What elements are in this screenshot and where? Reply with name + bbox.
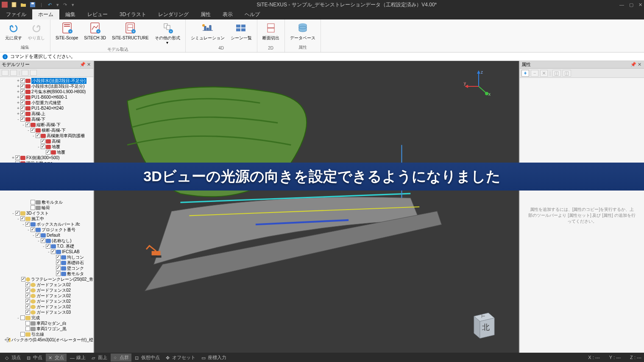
tree-item[interactable]: 引出線	[0, 332, 93, 337]
tree-item[interactable]: ラフテレーンクレーン(25t)02_青	[0, 276, 93, 282]
maximize-button[interactable]: ▢	[629, 2, 633, 8]
otherformat-button[interactable]: + その他の形式▾	[152, 20, 183, 46]
tree-checkbox[interactable]	[41, 139, 45, 144]
tree-tool-3[interactable]	[22, 70, 28, 76]
prop-add-button[interactable]: +	[521, 70, 529, 77]
tree-item[interactable]: -T.O. 基礎	[0, 243, 93, 249]
snap-points[interactable]: ⁘点群	[111, 354, 131, 362]
tree-item[interactable]: +PU1-B240×H240	[0, 105, 93, 111]
tree-checkbox[interactable]	[21, 277, 25, 282]
tree-checkbox[interactable]	[46, 150, 50, 155]
tree-item[interactable]: 均しコン	[0, 254, 93, 260]
tree-checkbox[interactable]	[25, 304, 30, 309]
tree-item[interactable]: ガードフェンス02	[0, 293, 93, 298]
tree-item[interactable]: -3Dイラスト	[0, 210, 93, 216]
close-button[interactable]: ✕	[638, 2, 642, 8]
tree-item[interactable]: -縦断-高欄-下	[0, 122, 93, 127]
tree-checkbox[interactable]	[20, 106, 25, 111]
tree-checkbox[interactable]	[25, 293, 30, 298]
save-icon[interactable]	[30, 2, 36, 8]
tree-checkbox[interactable]	[31, 227, 35, 232]
props-pin-icon[interactable]: 📌	[630, 62, 636, 68]
tree-item[interactable]: -(名称なし)	[0, 238, 93, 243]
tree-item[interactable]: ガードフェンス02	[0, 298, 93, 304]
tree-item[interactable]: -完成	[0, 315, 93, 321]
tree-checkbox[interactable]	[25, 222, 30, 227]
section-button[interactable]: 断面切出	[260, 20, 282, 41]
tree-item[interactable]: 車両2セダン_白	[0, 321, 93, 326]
snap-vertex[interactable]: ◇頂点	[3, 354, 23, 362]
tree-item[interactable]: +バックホウ(0.45m3)01(オペレーター付)_橙	[0, 337, 93, 343]
tree-checkbox[interactable]	[31, 205, 35, 210]
tree-close-icon[interactable]: ✕	[86, 62, 92, 68]
simulation-button[interactable]: シミュレーション	[188, 20, 227, 41]
tree-checkbox[interactable]	[36, 233, 40, 238]
tree-tool-2[interactable]	[10, 70, 17, 76]
tree-item[interactable]: -高欄兼用車両防護柵	[0, 133, 93, 138]
tree-item[interactable]: -施工中	[0, 216, 93, 221]
tree-checkbox[interactable]	[15, 211, 20, 216]
tree-tool-4[interactable]	[30, 70, 37, 76]
tree-checkbox[interactable]	[15, 155, 20, 160]
tree-item[interactable]: 壁コンク	[0, 265, 93, 271]
props-close-icon[interactable]: ✕	[636, 62, 642, 68]
new-icon[interactable]	[11, 2, 17, 8]
menu-review[interactable]: レビュー	[81, 9, 114, 20]
tree-item[interactable]: -横断-高欄-下	[0, 127, 93, 133]
tree-item[interactable]: +小型重力式擁壁	[0, 100, 93, 105]
tree-item[interactable]: 基礎砕石	[0, 260, 93, 265]
prop-tool-5[interactable]: ◫	[563, 70, 571, 77]
menu-property[interactable]: 属性	[195, 9, 217, 20]
snap-vmid[interactable]: ⊡仮想中点	[132, 354, 162, 362]
menu-help[interactable]: ヘルプ	[239, 9, 266, 20]
tree-checkbox[interactable]	[20, 100, 25, 105]
3d-viewport[interactable]: z y x 北 ⊢ 3Dビューの光源の向きを設定できるようになりました	[94, 61, 519, 353]
tree-item[interactable]: +高欄-上	[0, 111, 93, 116]
tree-item[interactable]: ガードフェンス02	[0, 282, 93, 287]
sitescope-button[interactable]: + SiTE-Scope	[53, 20, 81, 41]
menu-edit[interactable]: 編集	[59, 9, 81, 20]
menu-file[interactable]: ファイル	[0, 9, 32, 20]
tree-item[interactable]: ガードフェンス02	[0, 304, 93, 309]
tree-item[interactable]: -ボックスカルバート.ifc	[0, 221, 93, 227]
tree-checkbox[interactable]	[20, 84, 25, 88]
tree-checkbox[interactable]	[46, 244, 50, 249]
tree-item[interactable]: ガードフェンス03	[0, 309, 93, 315]
tree-checkbox[interactable]	[20, 315, 25, 320]
tree-checkbox[interactable]	[20, 111, 25, 116]
tree-item[interactable]: 輪荷	[0, 205, 93, 210]
menu-home[interactable]: ホーム	[32, 9, 59, 20]
tree-item[interactable]: -高欄-下	[0, 116, 93, 122]
tree-checkbox[interactable]	[7, 337, 8, 342]
tree-checkbox[interactable]	[25, 326, 30, 331]
snap-intersect[interactable]: ✕交点	[46, 354, 67, 362]
undo-icon[interactable]: ↶	[47, 2, 53, 8]
tree-checkbox[interactable]	[20, 95, 25, 99]
menu-3dillust[interactable]: 3Dイラスト	[114, 9, 152, 20]
tree-checkbox[interactable]	[51, 249, 56, 254]
prop-tool-4[interactable]: ◫	[552, 70, 561, 77]
tree-item[interactable]: 車両1ワゴン_黒	[0, 326, 93, 332]
tree-checkbox[interactable]	[20, 89, 25, 94]
snap-online[interactable]: —線上	[67, 354, 88, 362]
snap-coord[interactable]: ▭座標入力	[199, 354, 229, 362]
redo-icon[interactable]: ↷	[62, 2, 68, 8]
menu-view[interactable]: 表示	[217, 9, 239, 20]
tree-checkbox[interactable]	[20, 216, 25, 221]
axis-gizmo[interactable]: z y x	[464, 69, 493, 99]
tree-checkbox[interactable]	[56, 271, 61, 276]
view-cube[interactable]: 北 ⊢	[470, 309, 497, 343]
tree-checkbox[interactable]	[25, 321, 30, 326]
tree-checkbox[interactable]	[56, 260, 61, 265]
sitestructure-button[interactable]: + SiTE-STRUCTURE	[109, 20, 151, 41]
tree-tool-1[interactable]	[2, 70, 8, 76]
tree-item[interactable]: -地覆	[0, 144, 93, 149]
tree-item[interactable]: 敷モルタル	[0, 199, 93, 205]
tree-checkbox[interactable]	[25, 122, 30, 127]
tree-item[interactable]: 敷モルタ	[0, 271, 93, 276]
snap-midpoint[interactable]: ⊟中点	[24, 354, 45, 362]
database-button[interactable]: データベース	[287, 20, 318, 41]
tree-checkbox[interactable]	[25, 299, 30, 304]
tree-item[interactable]: +2号集水桝(B900-L900-H800)	[0, 89, 93, 94]
tree-item[interactable]: ガードフェンス02	[0, 287, 93, 293]
